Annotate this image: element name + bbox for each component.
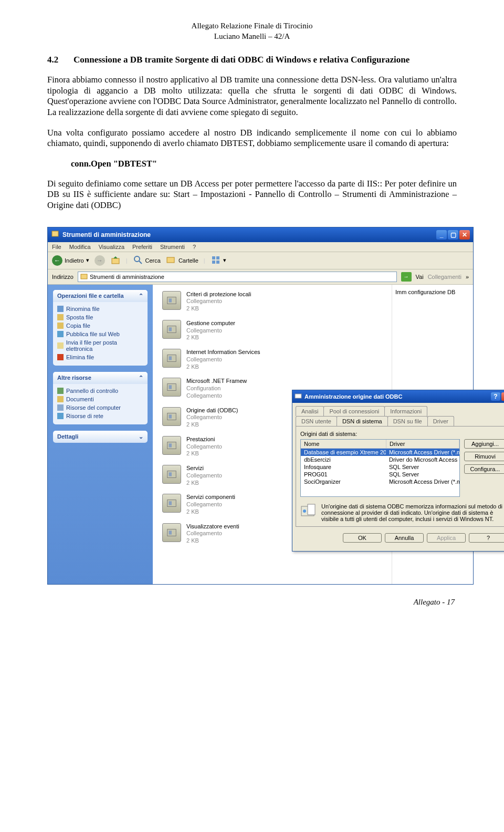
odbc-listbox[interactable]: Nome Driver Database di esempio Xtreme 2… bbox=[300, 439, 460, 497]
task-publish[interactable]: Pubblica file sul Web bbox=[57, 330, 143, 338]
dsn-row[interactable]: dbEserciziDriver do Microsoft Access ( bbox=[301, 456, 459, 463]
odbc-close-button[interactable]: ✕ bbox=[501, 392, 504, 401]
side-panel: Operazioni file e cartella ⌃ Rinomina fi… bbox=[48, 285, 153, 584]
menu-view[interactable]: Visualizza bbox=[99, 244, 124, 250]
dsn-name: SociOrganizer bbox=[301, 478, 386, 485]
search-button[interactable]: Cerca bbox=[133, 255, 161, 266]
menu-edit[interactable]: Modifica bbox=[69, 244, 91, 250]
apply-button[interactable]: Applica bbox=[427, 533, 466, 543]
configure-button[interactable]: Configura... bbox=[464, 464, 504, 474]
views-button[interactable]: ▾ bbox=[211, 255, 226, 266]
maximize-button[interactable]: ▢ bbox=[448, 230, 458, 240]
dsn-name: PROG01 bbox=[301, 471, 386, 478]
odbc-dialog: Amministrazione origine dati ODBC ? ✕ An… bbox=[292, 390, 504, 552]
svg-rect-23 bbox=[169, 472, 172, 476]
link-control-panel[interactable]: Pannello di controllo bbox=[57, 387, 143, 395]
tab-user-dsn[interactable]: DSN utente bbox=[296, 416, 337, 426]
move-icon bbox=[57, 314, 64, 320]
remove-button[interactable]: Rimuovi bbox=[464, 452, 504, 461]
menu-tools[interactable]: Strumenti bbox=[160, 244, 185, 250]
task-copy[interactable]: Copia file bbox=[57, 321, 143, 330]
link-network[interactable]: Risorse di rete bbox=[57, 412, 143, 420]
go-button[interactable]: → bbox=[401, 272, 412, 282]
odbc-tabs-row2: DSN utente DSN di sistema DSN su file Dr… bbox=[292, 416, 504, 426]
svg-rect-8 bbox=[216, 261, 219, 264]
file-sub1: Collegamento bbox=[186, 414, 238, 421]
file-sub2: 2 KB bbox=[186, 450, 222, 457]
network-icon bbox=[57, 413, 64, 419]
address-bar: Indirizzo Strumenti di amministrazione →… bbox=[48, 269, 473, 285]
chevron-down-icon: ▾ bbox=[223, 257, 226, 264]
expand-icon[interactable]: ⌄ bbox=[139, 433, 143, 440]
dsn-row[interactable]: Database di esempio Xtreme 2005Microsoft… bbox=[301, 449, 459, 456]
up-button[interactable] bbox=[110, 255, 121, 266]
shortcut-icon bbox=[162, 523, 181, 542]
tab-system-dsn[interactable]: DSN di sistema bbox=[337, 416, 388, 426]
info-icon bbox=[300, 503, 317, 522]
file-sub2: 2 KB bbox=[186, 421, 238, 429]
chevron-down-icon: ▾ bbox=[86, 257, 89, 264]
task-move[interactable]: Sposta file bbox=[57, 313, 143, 321]
dsn-driver: SQL Server bbox=[386, 471, 459, 478]
shortcut-icon bbox=[162, 349, 181, 368]
svg-rect-6 bbox=[216, 256, 219, 259]
address-field[interactable]: Strumenti di amministrazione bbox=[78, 272, 397, 282]
link-documents[interactable]: Documenti bbox=[57, 395, 143, 403]
page-footer: Allegato - 17 bbox=[47, 598, 457, 607]
svg-rect-0 bbox=[52, 231, 58, 236]
menu-favorites[interactable]: Preferiti bbox=[132, 244, 152, 250]
dsn-row[interactable]: SociOrganizerMicrosoft Access Driver (*.… bbox=[301, 478, 459, 485]
link-computer[interactable]: Risorse del computer bbox=[57, 403, 143, 412]
task-email[interactable]: Invia il file per posta elettronica bbox=[57, 338, 143, 353]
svg-rect-28 bbox=[295, 394, 301, 398]
add-button[interactable]: Aggiungi... bbox=[464, 439, 504, 449]
chevron-right-icon: » bbox=[466, 274, 469, 280]
file-sub1: Collegamento bbox=[186, 356, 260, 363]
odbc-side-buttons: Aggiungi... Rimuovi Configura... bbox=[464, 439, 504, 497]
search-icon bbox=[133, 255, 143, 266]
odbc-info: Un'origine dati di sistema ODBC memorizz… bbox=[300, 503, 504, 522]
tab-file-dsn[interactable]: DSN su file bbox=[387, 416, 428, 426]
folders-button[interactable]: Cartelle bbox=[166, 255, 198, 266]
collapse-icon[interactable]: ⌃ bbox=[139, 375, 143, 381]
window-icon bbox=[51, 230, 59, 240]
tab-driver[interactable]: Driver bbox=[427, 416, 454, 426]
header-line2: Luciano Manelli – 42/A bbox=[47, 32, 457, 42]
dsn-row[interactable]: PROG01SQL Server bbox=[301, 471, 459, 478]
forward-button[interactable]: → bbox=[94, 255, 105, 266]
toolbar: ← Indietro ▾ → | Cerca bbox=[48, 252, 473, 269]
section-heading: 4.2 Connessione a DB tramite Sorgente di… bbox=[47, 55, 457, 65]
back-button[interactable]: ← Indietro ▾ bbox=[52, 255, 89, 266]
help-button[interactable]: ? bbox=[469, 533, 504, 543]
cancel-button[interactable]: Annulla bbox=[385, 533, 424, 543]
dsn-row[interactable]: InfosquareSQL Server bbox=[301, 463, 459, 471]
task-rename[interactable]: Rinomina file bbox=[57, 305, 143, 313]
close-button[interactable]: ✕ bbox=[459, 230, 470, 240]
panel-title: Operazioni file e cartella bbox=[57, 293, 124, 299]
collapse-icon[interactable]: ⌃ bbox=[139, 293, 143, 299]
doc-header: Allegato Relazione Finale di Tirocinio L… bbox=[47, 21, 457, 41]
menu-file[interactable]: File bbox=[52, 244, 61, 250]
menu-help[interactable]: ? bbox=[193, 244, 196, 250]
dsn-driver: Driver do Microsoft Access ( bbox=[386, 456, 459, 463]
up-folder-icon bbox=[110, 255, 121, 266]
copy-icon bbox=[57, 323, 64, 329]
task-delete[interactable]: Elimina file bbox=[57, 353, 143, 361]
window-title: Strumenti di amministrazione bbox=[62, 231, 151, 238]
address-folder-icon bbox=[80, 273, 88, 281]
col-name[interactable]: Nome bbox=[301, 440, 386, 448]
tab-pool[interactable]: Pool di connessioni bbox=[323, 406, 385, 416]
file-listing: Criteri di protezione localiCollegamento… bbox=[153, 285, 473, 584]
tab-info[interactable]: Informazioni bbox=[384, 406, 427, 416]
shortcut-icon bbox=[162, 494, 181, 513]
svg-rect-11 bbox=[169, 298, 172, 302]
svg-rect-5 bbox=[212, 256, 215, 259]
odbc-help-button[interactable]: ? bbox=[491, 392, 500, 401]
tab-analysis[interactable]: Analisi bbox=[296, 406, 324, 416]
file-name: Internet Information Services bbox=[186, 349, 260, 356]
documents-icon bbox=[57, 396, 64, 402]
col-driver[interactable]: Driver bbox=[386, 440, 459, 448]
ok-button[interactable]: OK bbox=[343, 533, 382, 543]
panel-details: Dettagli ⌄ bbox=[53, 431, 148, 443]
minimize-button[interactable]: _ bbox=[436, 230, 447, 240]
